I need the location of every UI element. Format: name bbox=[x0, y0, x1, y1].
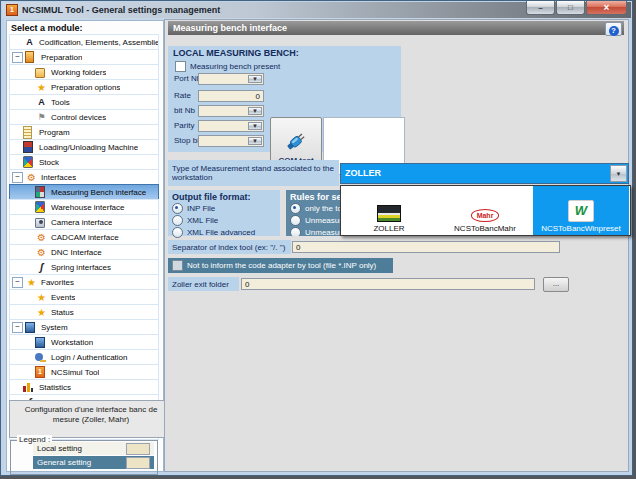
separator-label-cell: Separator of index tool (ex: "/. ") bbox=[168, 240, 291, 254]
close-button[interactable] bbox=[586, 1, 627, 15]
folder-icon bbox=[35, 68, 45, 78]
sidebar-item-cadcam-interface[interactable]: CADCAM interface bbox=[9, 229, 159, 245]
machine-icon bbox=[23, 141, 33, 153]
sidebar-item-control-devices[interactable]: Control devices bbox=[9, 109, 159, 125]
workstation-icon bbox=[35, 337, 45, 348]
dropdown-option-ncstobancwinpreset[interactable]: W NCSToBancWinpreset bbox=[533, 186, 629, 235]
sidebar-item-spring-interfaces[interactable]: Spring interfaces bbox=[9, 259, 159, 275]
bit-nb-label: bit Nb bbox=[174, 106, 195, 115]
com-plug-icon bbox=[283, 128, 309, 154]
sidebar-item-ncsimul-tool[interactable]: NCSimul Tool bbox=[9, 364, 159, 380]
rate-field[interactable]: 0 bbox=[198, 90, 264, 102]
star-icon bbox=[35, 81, 48, 93]
collapse-icon[interactable] bbox=[12, 172, 23, 183]
monitor-icon bbox=[25, 322, 35, 333]
warehouse-icon bbox=[35, 201, 45, 213]
dropdown-option-zoller[interactable]: ZOLLER bbox=[341, 186, 437, 235]
maximize-button[interactable] bbox=[556, 1, 585, 15]
radio-xml-file[interactable]: XML File bbox=[172, 215, 280, 226]
caption-buttons bbox=[525, 1, 627, 15]
zoller-logo bbox=[377, 205, 401, 222]
ncsimul-icon bbox=[35, 366, 45, 378]
port-nb-combo[interactable] bbox=[198, 73, 264, 85]
gear-icon bbox=[35, 246, 48, 258]
module-tree: Codification, Elements, Assemblies Prepa… bbox=[9, 35, 159, 440]
local-measuring-bench-group: LOCAL MEASURING BENCH: Measuring bench p… bbox=[168, 46, 401, 152]
collapse-icon[interactable] bbox=[12, 322, 23, 333]
separator-field[interactable]: 0 bbox=[292, 241, 560, 253]
sidebar-item-loading-machine[interactable]: Loading/Unloading Machine bbox=[9, 139, 159, 155]
sidebar-item-events[interactable]: Events bbox=[9, 289, 159, 305]
legend-local-setting: Local setting bbox=[33, 442, 154, 455]
sidebar-item-working-folders[interactable]: Working folders bbox=[9, 64, 159, 80]
star-icon bbox=[35, 291, 48, 303]
spring-icon bbox=[35, 261, 48, 273]
radio-icon[interactable] bbox=[290, 227, 301, 236]
sidebar-item-interfaces[interactable]: Interfaces bbox=[9, 169, 159, 185]
sidebar-item-workstation[interactable]: Workstation bbox=[9, 334, 159, 350]
rate-label: Rate bbox=[174, 91, 191, 100]
sidebar-item-warehouse-interface[interactable]: Warehouse interface bbox=[9, 199, 159, 215]
sidebar-item-measuring-bench-interface[interactable]: Measuring Bench interface bbox=[9, 184, 159, 200]
radio-icon[interactable] bbox=[172, 203, 183, 214]
measuring-bench-present-checkbox[interactable] bbox=[175, 61, 186, 72]
help-icon[interactable] bbox=[605, 22, 622, 36]
local-bench-title: LOCAL MEASURING BENCH: bbox=[173, 48, 299, 58]
stock-icon bbox=[23, 156, 33, 168]
adapter-checkbox[interactable] bbox=[172, 260, 183, 271]
measurement-stand-dropdown: ZOLLER Mahr NCSToBancMahr W NCSToBancWin… bbox=[340, 185, 631, 236]
sidebar-item-system[interactable]: System bbox=[9, 319, 159, 335]
sidebar-item-program[interactable]: Program bbox=[9, 124, 159, 140]
collapse-icon[interactable] bbox=[12, 277, 23, 288]
chevron-down-icon[interactable] bbox=[610, 165, 627, 182]
parity-combo[interactable] bbox=[198, 120, 264, 132]
panel-header: Measuring bench interface bbox=[168, 21, 624, 35]
module-description: Configuration d'une interface banc de me… bbox=[9, 400, 173, 438]
radio-icon[interactable] bbox=[290, 203, 301, 214]
sidebar-item-statistics[interactable]: Statistics bbox=[9, 379, 159, 395]
program-icon bbox=[23, 126, 32, 139]
sidebar: Select a module: Codification, Elements,… bbox=[6, 20, 164, 472]
sidebar-item-dnc-interface[interactable]: DNC Interface bbox=[9, 244, 159, 260]
general-setting-swatch bbox=[126, 457, 150, 469]
sidebar-item-preparation[interactable]: Preparation bbox=[9, 49, 159, 65]
login-icon bbox=[35, 353, 43, 361]
bit-nb-combo[interactable] bbox=[198, 105, 264, 117]
measuring-bench-icon bbox=[35, 186, 45, 198]
radio-xml-file-advanced[interactable]: XML File advanced bbox=[172, 227, 280, 238]
adapter-checkbox-row[interactable]: Not to inform the code adapter by tool (… bbox=[168, 258, 393, 273]
panel-title: Measuring bench interface bbox=[173, 23, 287, 33]
sidebar-item-login-authentication[interactable]: Login / Authentication bbox=[9, 349, 159, 365]
sidebar-item-stock[interactable]: Stock bbox=[9, 154, 159, 170]
sidebar-item-tools[interactable]: Tools bbox=[9, 94, 159, 110]
output-format-title: Output file format: bbox=[172, 192, 280, 202]
measurement-stand-combo[interactable]: ZOLLER bbox=[340, 163, 629, 184]
minimize-button[interactable] bbox=[526, 1, 555, 15]
browse-button[interactable]: ... bbox=[543, 277, 569, 292]
gear-icon bbox=[25, 171, 38, 183]
app-window: NCSIMUL Tool - General settings manageme… bbox=[0, 0, 633, 476]
sidebar-item-status[interactable]: Status bbox=[9, 304, 159, 320]
chevron-down-icon[interactable] bbox=[248, 107, 262, 115]
parity-label: Parity bbox=[174, 121, 194, 130]
sidebar-item-camera-interface[interactable]: Camera interface bbox=[9, 214, 159, 230]
sidebar-item-favorites[interactable]: Favorites bbox=[9, 274, 159, 290]
stop-bit-combo[interactable] bbox=[198, 135, 264, 147]
sidebar-item-preparation-options[interactable]: Preparation options bbox=[9, 79, 159, 95]
dropdown-option-ncstobancmahr[interactable]: Mahr NCSToBancMahr bbox=[437, 186, 533, 235]
measuring-bench-present-row: Measuring bench present bbox=[175, 61, 280, 72]
chevron-down-icon[interactable] bbox=[248, 122, 262, 130]
sidebar-item-codification[interactable]: Codification, Elements, Assemblies bbox=[9, 34, 159, 50]
chevron-down-icon[interactable] bbox=[248, 137, 262, 145]
radio-inp-file[interactable]: INP File bbox=[172, 203, 280, 214]
radio-icon[interactable] bbox=[172, 227, 183, 238]
sidebar-heading: Select a module: bbox=[11, 23, 83, 33]
collapse-icon[interactable] bbox=[12, 52, 23, 63]
zoller-exit-field[interactable]: 0 bbox=[241, 278, 535, 290]
camera-icon bbox=[35, 218, 45, 228]
tools-icon bbox=[35, 96, 48, 108]
flag-icon bbox=[35, 111, 48, 123]
chevron-down-icon[interactable] bbox=[248, 75, 262, 83]
radio-icon[interactable] bbox=[290, 215, 301, 226]
radio-icon[interactable] bbox=[172, 215, 183, 226]
